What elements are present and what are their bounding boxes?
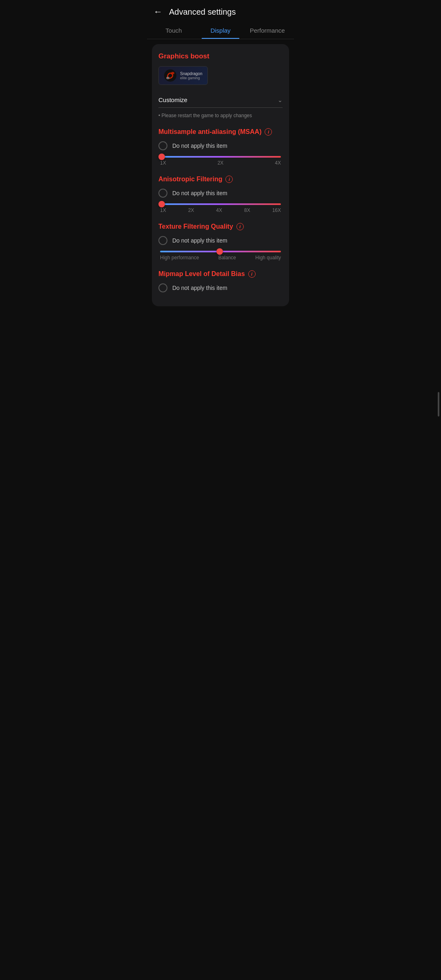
anisotropic-title: Anisotropic Filtering <box>158 176 222 183</box>
anisotropic-do-not-apply-label: Do not apply this item <box>172 190 227 196</box>
texture-filtering-slider[interactable]: High performance Balance High quality <box>158 251 283 261</box>
mipmap-do-not-apply[interactable]: Do not apply this item <box>158 283 283 292</box>
customize-dropdown[interactable]: Customize ⌄ <box>158 92 283 108</box>
msaa-do-not-apply[interactable]: Do not apply this item <box>158 141 283 150</box>
msaa-info-icon[interactable]: i <box>265 128 272 136</box>
texture-filtering-slider-thumb[interactable] <box>216 248 223 255</box>
tab-performance[interactable]: Performance <box>244 22 291 39</box>
tab-touch[interactable]: Touch <box>150 22 197 39</box>
anisotropic-slider-labels: 1X 2X 4X 8X 16X <box>158 207 283 213</box>
msaa-slider-track <box>160 156 281 158</box>
anisotropic-radio-circle <box>158 189 167 198</box>
snapdragon-badge: Snapdragon elite gaming <box>158 66 208 85</box>
graphics-boost-title: Graphics boost <box>158 52 283 60</box>
anisotropic-header: Anisotropic Filtering i <box>158 176 283 183</box>
texture-filtering-do-not-apply[interactable]: Do not apply this item <box>158 236 283 245</box>
msaa-slider[interactable]: 1X 2X 4X <box>158 156 283 166</box>
snapdragon-icon <box>164 69 177 82</box>
texture-filtering-header: Texture Filtering Quality i <box>158 223 283 230</box>
mipmap-do-not-apply-label: Do not apply this item <box>172 285 227 291</box>
msaa-header: Multisample anti-aliasing (MSAA) i <box>158 128 283 136</box>
snapdragon-logo: Snapdragon elite gaming <box>158 66 283 85</box>
graphics-boost-card: Graphics boost Snapdragon elite gaming <box>152 44 289 306</box>
msaa-radio-circle <box>158 141 167 150</box>
mipmap-info-icon[interactable]: i <box>248 270 256 278</box>
texture-filtering-slider-labels: High performance Balance High quality <box>158 255 283 261</box>
tab-display[interactable]: Display <box>197 22 244 39</box>
svg-point-0 <box>164 69 176 82</box>
anisotropic-slider[interactable]: 1X 2X 4X 8X 16X <box>158 203 283 213</box>
mipmap-radio-circle <box>158 283 167 292</box>
texture-filtering-do-not-apply-label: Do not apply this item <box>172 237 227 244</box>
mipmap-title: Mipmap Level of Detail Bias <box>158 270 245 278</box>
snapdragon-name: Snapdragon <box>180 71 203 76</box>
texture-filtering-section: Texture Filtering Quality i Do not apply… <box>158 223 283 261</box>
tabs-bar: Touch Display Performance <box>147 22 294 39</box>
msaa-section: Multisample anti-aliasing (MSAA) i Do no… <box>158 128 283 166</box>
anisotropic-section: Anisotropic Filtering i Do not apply thi… <box>158 176 283 213</box>
snapdragon-sub: elite gaming <box>180 76 203 80</box>
anisotropic-do-not-apply[interactable]: Do not apply this item <box>158 189 283 198</box>
chevron-down-icon: ⌄ <box>278 97 283 103</box>
texture-filtering-info-icon[interactable]: i <box>236 223 244 230</box>
texture-filtering-radio-circle <box>158 236 167 245</box>
msaa-title: Multisample anti-aliasing (MSAA) <box>158 128 261 136</box>
anisotropic-slider-thumb[interactable] <box>158 201 165 207</box>
mipmap-section: Mipmap Level of Detail Bias i Do not app… <box>158 270 283 292</box>
texture-filtering-title: Texture Filtering Quality <box>158 223 233 230</box>
page-title: Advanced settings <box>169 7 236 17</box>
mipmap-header: Mipmap Level of Detail Bias i <box>158 270 283 278</box>
dropdown-label: Customize <box>158 96 187 103</box>
anisotropic-info-icon[interactable]: i <box>225 176 233 183</box>
svg-point-1 <box>171 72 174 74</box>
svg-point-2 <box>166 77 169 79</box>
restart-note: Please restart the game to apply changes <box>158 113 283 118</box>
main-content: Graphics boost Snapdragon elite gaming <box>147 39 294 314</box>
anisotropic-slider-track <box>160 203 281 205</box>
back-button[interactable]: ← <box>154 7 163 17</box>
msaa-slider-labels: 1X 2X 4X <box>158 160 283 166</box>
header: ← Advanced settings <box>147 0 294 22</box>
msaa-do-not-apply-label: Do not apply this item <box>172 143 227 149</box>
msaa-slider-thumb[interactable] <box>158 154 165 160</box>
